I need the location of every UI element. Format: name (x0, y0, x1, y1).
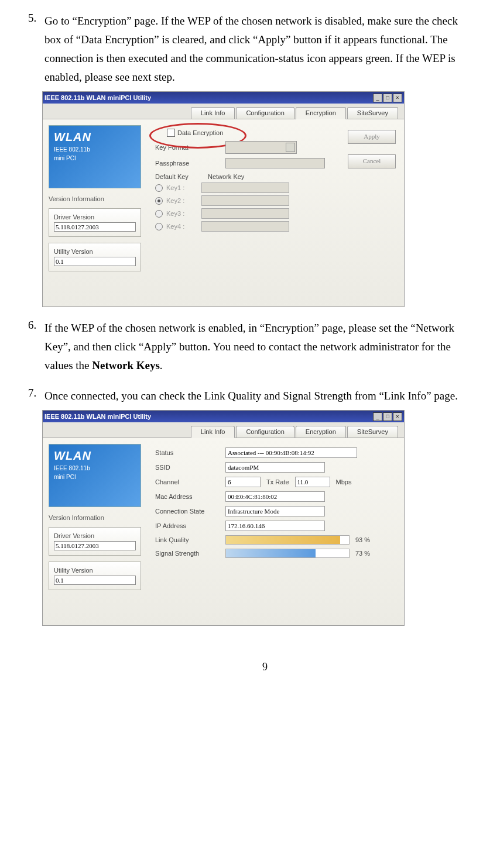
key3-field[interactable] (201, 208, 289, 219)
key4-radio[interactable] (155, 223, 163, 230)
key4-label: Key4 : (166, 223, 201, 230)
key-format-label: Key Format (155, 144, 225, 151)
channel-label: Channel (155, 478, 225, 485)
tabs: Link Info Configuration Encryption SiteS… (43, 422, 404, 438)
signal-strength-fill (226, 549, 316, 557)
brand-sub2: mini PCI (54, 155, 136, 161)
signal-strength-label: Signal Strength (155, 550, 225, 557)
key1-field[interactable] (201, 182, 289, 193)
utility-version-field (54, 257, 136, 266)
driver-version-field (54, 222, 136, 232)
key-grid: Default Key Network Key Key1 : Key2 : (155, 173, 396, 232)
channel-field (225, 477, 261, 487)
cancel-button[interactable]: Cancel (348, 154, 396, 168)
key1-radio[interactable] (155, 184, 163, 192)
window-title: IEEE 802.11b WLAN miniPCI Utility (44, 413, 151, 420)
key4-field[interactable] (201, 221, 289, 232)
brand-sub2: mini PCI (54, 474, 136, 480)
maximize-icon[interactable]: □ (383, 412, 392, 421)
utility-version-label: Utility Version (54, 248, 136, 255)
ssid-label: SSID (155, 464, 225, 471)
ssid-field (225, 462, 325, 473)
key2-radio[interactable] (155, 197, 163, 205)
key-format-dropdown[interactable] (225, 141, 297, 154)
tab-link-info[interactable]: Link Info (191, 426, 235, 438)
tab-link-info[interactable]: Link Info (191, 107, 235, 119)
ip-label: IP Address (155, 522, 225, 529)
version-info-label: Version Information (49, 195, 141, 202)
step-number: 6. (28, 319, 42, 332)
sidebar: WLAN IEEE 802.11b mini PCI Version Infor… (43, 119, 147, 306)
step-text: Once connected, you can check the Link Q… (44, 387, 466, 405)
tab-encryption[interactable]: Encryption (296, 426, 346, 438)
step-number: 7. (28, 387, 42, 399)
utility-version-field (54, 576, 136, 585)
maximize-icon[interactable]: □ (383, 94, 392, 102)
close-icon[interactable]: × (393, 94, 402, 102)
close-icon[interactable]: × (393, 412, 402, 421)
key3-radio[interactable] (155, 210, 163, 218)
window-buttons: _ □ × (373, 94, 402, 102)
titlebar: IEEE 802.11b WLAN miniPCI Utility _ □ × (43, 411, 404, 422)
minimize-icon[interactable]: _ (373, 94, 382, 102)
linkinfo-panel: Status SSID Channel Tx Rate Mbps Mac Add… (147, 438, 404, 625)
driver-version-label: Driver Version (54, 532, 136, 539)
signal-strength-bar (225, 549, 350, 558)
driver-version-label: Driver Version (54, 213, 136, 221)
passphrase-label: Passphrase (155, 160, 225, 167)
driver-version-field (54, 541, 136, 550)
status-field (225, 447, 357, 458)
key2-label: Key2 : (166, 197, 201, 204)
mac-field (225, 491, 325, 502)
default-key-header: Default Key (155, 173, 208, 180)
key2-field[interactable] (201, 195, 289, 206)
utility-version-box: Utility Version (49, 243, 141, 271)
link-quality-fill (226, 536, 340, 544)
page-number: 9 (23, 661, 483, 673)
step-text: Go to “Encryption” page. If the WEP of t… (44, 12, 466, 87)
utility-window-linkinfo: IEEE 802.11b WLAN miniPCI Utility _ □ × … (42, 410, 405, 626)
conn-label: Connection State (155, 508, 225, 515)
key1-label: Key1 : (166, 184, 201, 191)
version-info-label: Version Information (49, 514, 141, 521)
brand-sub1: IEEE 802.11b (54, 146, 136, 153)
key3-label: Key3 : (166, 210, 201, 217)
mac-label: Mac Address (155, 493, 225, 500)
brand-name: WLAN (54, 449, 136, 463)
driver-version-box: Driver Version (49, 208, 141, 237)
data-encryption-label: Data Encryption (177, 129, 223, 136)
brand-panel: WLAN IEEE 802.11b mini PCI (49, 444, 141, 507)
minimize-icon[interactable]: _ (373, 412, 382, 421)
passphrase-field[interactable] (225, 158, 325, 168)
link-quality-pct: 93 % (355, 536, 370, 543)
txrate-label: Tx Rate (266, 478, 289, 485)
txrate-field (295, 477, 330, 487)
tab-configuration[interactable]: Configuration (236, 426, 294, 438)
utility-window-encryption: IEEE 802.11b WLAN miniPCI Utility _ □ × … (42, 91, 405, 307)
conn-field (225, 506, 325, 516)
brand-name: WLAN (54, 130, 136, 144)
status-label: Status (155, 449, 225, 456)
driver-version-box: Driver Version (49, 527, 141, 556)
step-text: If the WEP of the chosen network is enab… (44, 319, 466, 375)
utility-version-box: Utility Version (49, 562, 141, 590)
tab-sitesurvey[interactable]: SiteSurvey (347, 426, 398, 438)
tab-sitesurvey[interactable]: SiteSurvey (347, 107, 398, 119)
step6-b: . (160, 359, 163, 371)
step-number: 5. (28, 12, 42, 25)
link-quality-label: Link Quality (155, 536, 225, 543)
brand-panel: WLAN IEEE 802.11b mini PCI (49, 125, 141, 188)
encryption-panel: Data Encryption Key Format Passphrase Ap… (147, 119, 404, 306)
tabs: Link Info Configuration Encryption SiteS… (43, 104, 404, 119)
sidebar: WLAN IEEE 802.11b mini PCI Version Infor… (43, 438, 147, 625)
step6-bold: Network Keys (92, 359, 160, 371)
mbps-label: Mbps (336, 478, 352, 485)
data-encryption-checkbox[interactable] (167, 129, 175, 137)
utility-version-label: Utility Version (54, 567, 136, 574)
link-quality-bar (225, 535, 350, 545)
network-key-header: Network Key (208, 173, 244, 180)
tab-configuration[interactable]: Configuration (236, 107, 294, 119)
apply-button[interactable]: Apply (348, 130, 396, 144)
brand-sub1: IEEE 802.11b (54, 465, 136, 471)
tab-encryption[interactable]: Encryption (296, 107, 346, 119)
